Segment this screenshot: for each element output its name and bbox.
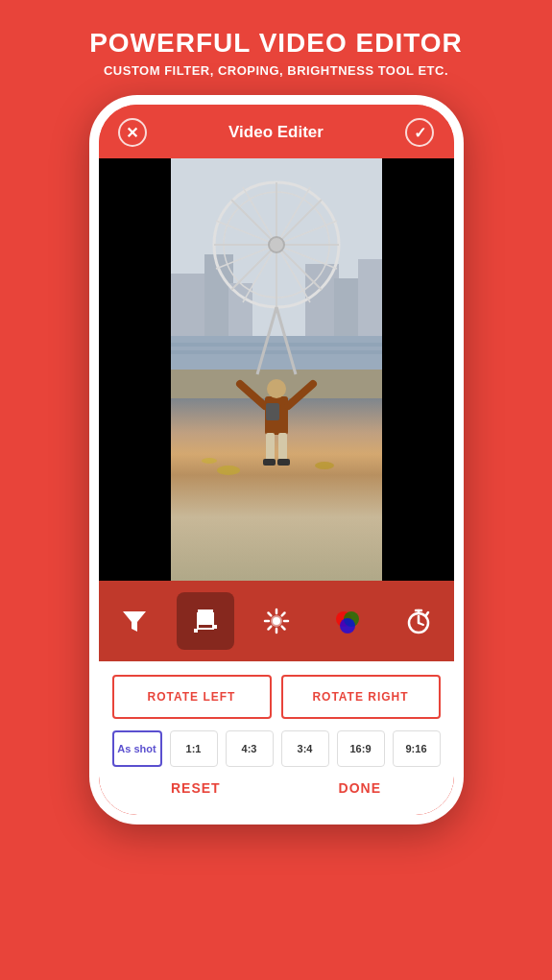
done-button[interactable]: DONE <box>339 780 381 796</box>
svg-point-35 <box>202 458 217 464</box>
app-screen: ✕ Video Editer ✓ <box>99 105 454 815</box>
brightness-icon <box>261 606 292 636</box>
timer-icon <box>403 606 434 636</box>
svg-line-52 <box>419 623 423 625</box>
svg-line-46 <box>268 627 271 630</box>
svg-line-45 <box>281 613 284 616</box>
filter-icon <box>119 606 150 636</box>
svg-rect-29 <box>266 433 275 462</box>
crop-tool-button[interactable] <box>177 592 234 650</box>
video-preview <box>99 158 454 581</box>
rotate-row: ROTATE LEFT ROTATE RIGHT <box>112 675 441 719</box>
hero-section: POWERFUL VIDEO EDITOR CUSTOM FILTER, CRO… <box>0 0 552 78</box>
scene-svg <box>171 158 382 485</box>
check-icon: ✓ <box>414 124 426 142</box>
svg-point-38 <box>273 617 280 625</box>
color-tool-button[interactable] <box>319 592 376 650</box>
svg-rect-32 <box>277 459 290 466</box>
rotate-left-button[interactable]: ROTATE LEFT <box>112 675 272 719</box>
editor-header: ✕ Video Editer ✓ <box>99 105 454 158</box>
color-icon <box>332 606 363 636</box>
svg-rect-28 <box>266 403 279 420</box>
close-icon: ✕ <box>126 124 138 142</box>
editor-title: Video Editer <box>228 123 324 142</box>
phone-wrapper: ✕ Video Editer ✓ <box>0 95 552 825</box>
video-image <box>171 158 382 581</box>
rotate-right-button[interactable]: ROTATE RIGHT <box>281 675 441 719</box>
aspect-9-16-button[interactable]: 9:16 <box>393 730 441 767</box>
aspect-as-shot-button[interactable]: As shot <box>112 730 162 767</box>
svg-point-49 <box>340 618 355 633</box>
action-row: RESET DONE <box>112 780 441 796</box>
svg-rect-30 <box>278 433 287 462</box>
hero-subtitle: CUSTOM FILTER, CROPING, BRIGHTNESS TOOL … <box>0 63 552 79</box>
svg-line-44 <box>281 627 284 630</box>
confirm-button[interactable]: ✓ <box>405 118 434 147</box>
svg-point-25 <box>267 379 286 398</box>
svg-rect-9 <box>171 350 382 354</box>
filter-tool-button[interactable] <box>106 592 163 650</box>
bottom-panel: ROTATE LEFT ROTATE RIGHT As shot 1:1 4:3 <box>99 661 454 815</box>
aspect-1-1-button[interactable]: 1:1 <box>170 730 218 767</box>
close-button[interactable]: ✕ <box>118 118 147 147</box>
phone-frame: ✕ Video Editer ✓ <box>89 95 464 825</box>
aspect-3-4-button[interactable]: 3:4 <box>281 730 329 767</box>
aspect-16-9-button[interactable]: 16:9 <box>337 730 385 767</box>
aspect-ratio-row: As shot 1:1 4:3 3:4 16:9 9:16 <box>112 730 441 767</box>
toolbar <box>99 581 454 661</box>
svg-rect-8 <box>171 343 382 347</box>
svg-rect-31 <box>263 459 276 466</box>
svg-point-34 <box>315 462 334 469</box>
svg-line-43 <box>268 613 271 616</box>
crop-icon <box>190 606 221 636</box>
hero-title: POWERFUL VIDEO EDITOR <box>0 27 552 60</box>
aspect-4-3-button[interactable]: 4:3 <box>226 730 274 767</box>
svg-point-21 <box>269 237 284 252</box>
brightness-tool-button[interactable] <box>248 592 305 650</box>
svg-point-33 <box>217 466 240 475</box>
svg-rect-7 <box>171 336 382 374</box>
reset-button[interactable]: RESET <box>171 780 221 796</box>
timer-tool-button[interactable] <box>390 592 447 650</box>
